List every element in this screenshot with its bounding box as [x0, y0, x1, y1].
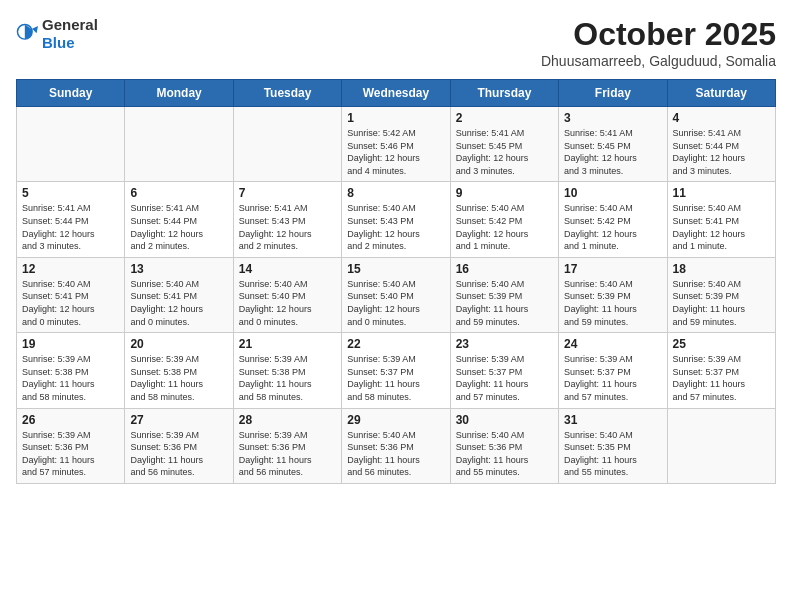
- day-number: 9: [456, 186, 553, 200]
- calendar-cell: 13Sunrise: 5:40 AM Sunset: 5:41 PM Dayli…: [125, 257, 233, 332]
- day-number: 30: [456, 413, 553, 427]
- weekday-header-cell: Thursday: [450, 80, 558, 107]
- calendar-cell: [125, 107, 233, 182]
- logo-general: General: [42, 16, 98, 33]
- day-info: Sunrise: 5:40 AM Sunset: 5:36 PM Dayligh…: [347, 429, 444, 479]
- calendar-cell: [667, 408, 775, 483]
- day-info: Sunrise: 5:39 AM Sunset: 5:36 PM Dayligh…: [22, 429, 119, 479]
- calendar-cell: 1Sunrise: 5:42 AM Sunset: 5:46 PM Daylig…: [342, 107, 450, 182]
- calendar-cell: 6Sunrise: 5:41 AM Sunset: 5:44 PM Daylig…: [125, 182, 233, 257]
- calendar-cell: 2Sunrise: 5:41 AM Sunset: 5:45 PM Daylig…: [450, 107, 558, 182]
- day-number: 29: [347, 413, 444, 427]
- day-info: Sunrise: 5:41 AM Sunset: 5:45 PM Dayligh…: [456, 127, 553, 177]
- day-number: 17: [564, 262, 661, 276]
- calendar-week-row: 26Sunrise: 5:39 AM Sunset: 5:36 PM Dayli…: [17, 408, 776, 483]
- day-number: 27: [130, 413, 227, 427]
- weekday-header-cell: Monday: [125, 80, 233, 107]
- day-number: 20: [130, 337, 227, 351]
- day-info: Sunrise: 5:39 AM Sunset: 5:38 PM Dayligh…: [130, 353, 227, 403]
- calendar-cell: 7Sunrise: 5:41 AM Sunset: 5:43 PM Daylig…: [233, 182, 341, 257]
- weekday-header-cell: Wednesday: [342, 80, 450, 107]
- day-info: Sunrise: 5:39 AM Sunset: 5:36 PM Dayligh…: [130, 429, 227, 479]
- day-info: Sunrise: 5:39 AM Sunset: 5:37 PM Dayligh…: [456, 353, 553, 403]
- day-info: Sunrise: 5:40 AM Sunset: 5:40 PM Dayligh…: [239, 278, 336, 328]
- weekday-header-cell: Saturday: [667, 80, 775, 107]
- calendar-cell: 28Sunrise: 5:39 AM Sunset: 5:36 PM Dayli…: [233, 408, 341, 483]
- day-info: Sunrise: 5:39 AM Sunset: 5:38 PM Dayligh…: [239, 353, 336, 403]
- calendar-cell: [17, 107, 125, 182]
- day-info: Sunrise: 5:42 AM Sunset: 5:46 PM Dayligh…: [347, 127, 444, 177]
- calendar-cell: 22Sunrise: 5:39 AM Sunset: 5:37 PM Dayli…: [342, 333, 450, 408]
- month-title: October 2025: [541, 16, 776, 53]
- day-info: Sunrise: 5:39 AM Sunset: 5:38 PM Dayligh…: [22, 353, 119, 403]
- day-info: Sunrise: 5:40 AM Sunset: 5:39 PM Dayligh…: [564, 278, 661, 328]
- day-number: 26: [22, 413, 119, 427]
- calendar-cell: 24Sunrise: 5:39 AM Sunset: 5:37 PM Dayli…: [559, 333, 667, 408]
- calendar-body: 1Sunrise: 5:42 AM Sunset: 5:46 PM Daylig…: [17, 107, 776, 484]
- calendar-cell: 9Sunrise: 5:40 AM Sunset: 5:42 PM Daylig…: [450, 182, 558, 257]
- logo-icon: [16, 23, 38, 45]
- day-number: 2: [456, 111, 553, 125]
- calendar-cell: 8Sunrise: 5:40 AM Sunset: 5:43 PM Daylig…: [342, 182, 450, 257]
- calendar-cell: 30Sunrise: 5:40 AM Sunset: 5:36 PM Dayli…: [450, 408, 558, 483]
- calendar-cell: 5Sunrise: 5:41 AM Sunset: 5:44 PM Daylig…: [17, 182, 125, 257]
- day-number: 4: [673, 111, 770, 125]
- day-number: 11: [673, 186, 770, 200]
- weekday-header-cell: Sunday: [17, 80, 125, 107]
- calendar-cell: 31Sunrise: 5:40 AM Sunset: 5:35 PM Dayli…: [559, 408, 667, 483]
- day-info: Sunrise: 5:41 AM Sunset: 5:43 PM Dayligh…: [239, 202, 336, 252]
- calendar-week-row: 12Sunrise: 5:40 AM Sunset: 5:41 PM Dayli…: [17, 257, 776, 332]
- calendar-cell: 3Sunrise: 5:41 AM Sunset: 5:45 PM Daylig…: [559, 107, 667, 182]
- day-info: Sunrise: 5:40 AM Sunset: 5:36 PM Dayligh…: [456, 429, 553, 479]
- day-info: Sunrise: 5:40 AM Sunset: 5:42 PM Dayligh…: [456, 202, 553, 252]
- day-number: 21: [239, 337, 336, 351]
- calendar-cell: 25Sunrise: 5:39 AM Sunset: 5:37 PM Dayli…: [667, 333, 775, 408]
- day-number: 31: [564, 413, 661, 427]
- day-number: 13: [130, 262, 227, 276]
- day-info: Sunrise: 5:41 AM Sunset: 5:44 PM Dayligh…: [22, 202, 119, 252]
- day-number: 24: [564, 337, 661, 351]
- calendar-cell: 16Sunrise: 5:40 AM Sunset: 5:39 PM Dayli…: [450, 257, 558, 332]
- logo-text: General Blue: [42, 16, 98, 52]
- day-number: 14: [239, 262, 336, 276]
- day-info: Sunrise: 5:41 AM Sunset: 5:45 PM Dayligh…: [564, 127, 661, 177]
- calendar-cell: 29Sunrise: 5:40 AM Sunset: 5:36 PM Dayli…: [342, 408, 450, 483]
- day-number: 28: [239, 413, 336, 427]
- calendar-cell: 23Sunrise: 5:39 AM Sunset: 5:37 PM Dayli…: [450, 333, 558, 408]
- page-header: General Blue October 2025 Dhuusamarreeb,…: [16, 16, 776, 69]
- day-number: 6: [130, 186, 227, 200]
- day-info: Sunrise: 5:40 AM Sunset: 5:40 PM Dayligh…: [347, 278, 444, 328]
- day-info: Sunrise: 5:40 AM Sunset: 5:35 PM Dayligh…: [564, 429, 661, 479]
- day-number: 15: [347, 262, 444, 276]
- calendar-cell: 14Sunrise: 5:40 AM Sunset: 5:40 PM Dayli…: [233, 257, 341, 332]
- day-info: Sunrise: 5:40 AM Sunset: 5:39 PM Dayligh…: [673, 278, 770, 328]
- day-info: Sunrise: 5:40 AM Sunset: 5:41 PM Dayligh…: [130, 278, 227, 328]
- day-info: Sunrise: 5:40 AM Sunset: 5:41 PM Dayligh…: [673, 202, 770, 252]
- day-info: Sunrise: 5:39 AM Sunset: 5:37 PM Dayligh…: [347, 353, 444, 403]
- calendar-cell: 21Sunrise: 5:39 AM Sunset: 5:38 PM Dayli…: [233, 333, 341, 408]
- day-number: 10: [564, 186, 661, 200]
- day-number: 1: [347, 111, 444, 125]
- weekday-header-cell: Tuesday: [233, 80, 341, 107]
- calendar: SundayMondayTuesdayWednesdayThursdayFrid…: [16, 79, 776, 484]
- day-number: 8: [347, 186, 444, 200]
- day-number: 16: [456, 262, 553, 276]
- day-info: Sunrise: 5:40 AM Sunset: 5:42 PM Dayligh…: [564, 202, 661, 252]
- day-number: 19: [22, 337, 119, 351]
- calendar-cell: 26Sunrise: 5:39 AM Sunset: 5:36 PM Dayli…: [17, 408, 125, 483]
- day-number: 22: [347, 337, 444, 351]
- calendar-cell: 19Sunrise: 5:39 AM Sunset: 5:38 PM Dayli…: [17, 333, 125, 408]
- calendar-week-row: 5Sunrise: 5:41 AM Sunset: 5:44 PM Daylig…: [17, 182, 776, 257]
- title-area: October 2025 Dhuusamarreeb, Galguduud, S…: [541, 16, 776, 69]
- weekday-header-row: SundayMondayTuesdayWednesdayThursdayFrid…: [17, 80, 776, 107]
- day-number: 3: [564, 111, 661, 125]
- day-number: 25: [673, 337, 770, 351]
- calendar-cell: 18Sunrise: 5:40 AM Sunset: 5:39 PM Dayli…: [667, 257, 775, 332]
- day-info: Sunrise: 5:40 AM Sunset: 5:39 PM Dayligh…: [456, 278, 553, 328]
- day-info: Sunrise: 5:39 AM Sunset: 5:37 PM Dayligh…: [673, 353, 770, 403]
- calendar-cell: 11Sunrise: 5:40 AM Sunset: 5:41 PM Dayli…: [667, 182, 775, 257]
- day-info: Sunrise: 5:39 AM Sunset: 5:37 PM Dayligh…: [564, 353, 661, 403]
- calendar-cell: 12Sunrise: 5:40 AM Sunset: 5:41 PM Dayli…: [17, 257, 125, 332]
- day-info: Sunrise: 5:41 AM Sunset: 5:44 PM Dayligh…: [673, 127, 770, 177]
- logo-blue: Blue: [42, 34, 75, 51]
